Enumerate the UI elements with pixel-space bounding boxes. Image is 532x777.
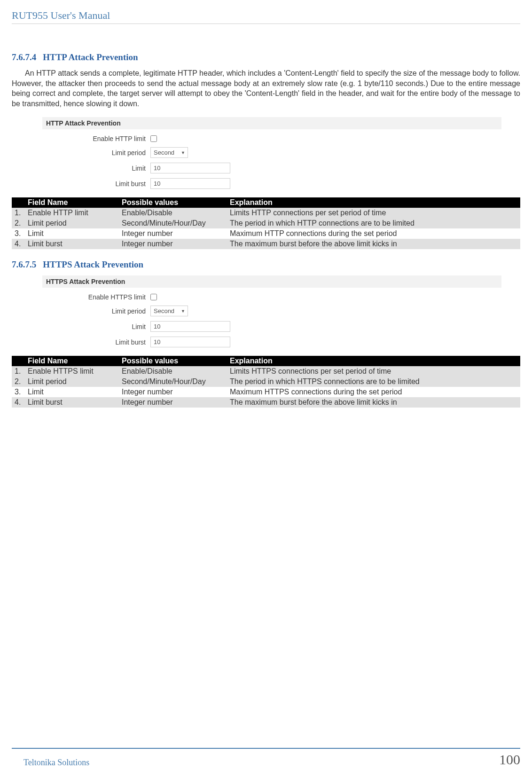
cell: Integer number xyxy=(119,397,227,408)
cell: Limit xyxy=(25,387,119,397)
cell: Limits HTTPS connections per set period … xyxy=(227,366,520,377)
cell: 1. xyxy=(12,208,25,218)
period-https-label: Limit period xyxy=(42,307,150,315)
th-field: Field Name xyxy=(25,356,119,366)
cell: Enable/Disable xyxy=(119,366,227,377)
cell: 4. xyxy=(12,397,25,408)
document-header-title: RUT955 User's Manual xyxy=(12,9,520,22)
burst-https-label: Limit burst xyxy=(42,338,150,346)
section-title: HTTPS Attack Prevention xyxy=(43,259,143,269)
th-values: Possible values xyxy=(119,356,227,366)
section-title: HTTP Attack Prevention xyxy=(43,52,138,62)
burst-https-input[interactable] xyxy=(150,337,230,347)
cell: The period in which HTTPS connections ar… xyxy=(227,377,520,387)
section-heading-https: 7.6.7.5HTTPS Attack Prevention xyxy=(12,259,520,270)
section-heading-http: 7.6.7.4HTTP Attack Prevention xyxy=(12,52,520,63)
limit-https-label: Limit xyxy=(42,323,150,330)
cell: The maximum burst before the above limit… xyxy=(227,397,520,408)
cell: Limit burst xyxy=(25,239,119,249)
enable-https-checkbox[interactable] xyxy=(150,294,157,300)
cell: Integer number xyxy=(119,228,227,239)
form-row-enable-https: Enable HTTPS limit xyxy=(42,293,501,301)
limit-http-input[interactable] xyxy=(150,163,230,173)
burst-http-label: Limit burst xyxy=(42,180,150,188)
form-row-period-http: Limit period Second xyxy=(42,147,501,158)
table-header-row: Field Name Possible values Explanation xyxy=(12,197,520,208)
cell: Enable HTTPS limit xyxy=(25,366,119,377)
cell: Second/Minute/Hour/Day xyxy=(119,218,227,228)
section-number: 7.6.7.5 xyxy=(12,259,36,269)
th-explanation: Explanation xyxy=(227,197,520,208)
table-row: 3. Limit Integer number Maximum HTTP con… xyxy=(12,228,520,239)
https-table: Field Name Possible values Explanation 1… xyxy=(12,356,520,408)
cell: Enable HTTP limit xyxy=(25,208,119,218)
footer-brand: Teltonika Solutions xyxy=(12,758,89,768)
page-number: 100 xyxy=(499,752,520,768)
section-paragraph: An HTTP attack sends a complete, legitim… xyxy=(12,68,520,109)
cell: 3. xyxy=(12,228,25,239)
https-form-heading: HTTPS Attack Prevention xyxy=(42,275,501,288)
cell: 2. xyxy=(12,377,25,387)
enable-http-checkbox[interactable] xyxy=(150,135,157,142)
cell: Maximum HTTPS connections during the set… xyxy=(227,387,520,397)
th-field: Field Name xyxy=(25,197,119,208)
form-row-limit-https: Limit xyxy=(42,321,501,332)
th-explanation: Explanation xyxy=(227,356,520,366)
cell: Integer number xyxy=(119,239,227,249)
burst-http-input[interactable] xyxy=(150,178,230,189)
cell: 2. xyxy=(12,218,25,228)
cell: 4. xyxy=(12,239,25,249)
cell: The maximum burst before the above limit… xyxy=(227,239,520,249)
th-blank xyxy=(12,197,25,208)
form-row-enable-http: Enable HTTP limit xyxy=(42,135,501,142)
cell: Enable/Disable xyxy=(119,208,227,218)
table-header-row: Field Name Possible values Explanation xyxy=(12,356,520,366)
table-row: 4. Limit burst Integer number The maximu… xyxy=(12,239,520,249)
table-row: 1. Enable HTTPS limit Enable/Disable Lim… xyxy=(12,366,520,377)
page-footer: Teltonika Solutions 100 xyxy=(12,748,520,768)
period-https-select[interactable]: Second xyxy=(150,306,188,316)
cell: Limit period xyxy=(25,377,119,387)
form-row-period-https: Limit period Second xyxy=(42,306,501,316)
table-row: 2. Limit period Second/Minute/Hour/Day T… xyxy=(12,377,520,387)
cell: Maximum HTTP connections during the set … xyxy=(227,228,520,239)
form-row-limit-http: Limit xyxy=(42,163,501,173)
form-row-burst-https: Limit burst xyxy=(42,337,501,347)
table-row: 2. Limit period Second/Minute/Hour/Day T… xyxy=(12,218,520,228)
cell: Limits HTTP connections per set period o… xyxy=(227,208,520,218)
table-row: 1. Enable HTTP limit Enable/Disable Limi… xyxy=(12,208,520,218)
cell: Limit burst xyxy=(25,397,119,408)
table-row: 3. Limit Integer number Maximum HTTPS co… xyxy=(12,387,520,397)
cell: Limit xyxy=(25,228,119,239)
cell: 1. xyxy=(12,366,25,377)
th-values: Possible values xyxy=(119,197,227,208)
cell: The period in which HTTP connections are… xyxy=(227,218,520,228)
enable-https-label: Enable HTTPS limit xyxy=(42,293,150,301)
http-form: HTTP Attack Prevention Enable HTTP limit… xyxy=(42,117,501,189)
cell: Integer number xyxy=(119,387,227,397)
header-divider xyxy=(12,24,520,24)
http-form-heading: HTTP Attack Prevention xyxy=(42,117,501,129)
enable-http-label: Enable HTTP limit xyxy=(42,135,150,142)
limit-https-input[interactable] xyxy=(150,321,230,332)
cell: Limit period xyxy=(25,218,119,228)
limit-http-label: Limit xyxy=(42,165,150,172)
period-http-label: Limit period xyxy=(42,149,150,157)
table-row: 4. Limit burst Integer number The maximu… xyxy=(12,397,520,408)
cell: Second/Minute/Hour/Day xyxy=(119,377,227,387)
section-number: 7.6.7.4 xyxy=(12,52,36,62)
th-blank xyxy=(12,356,25,366)
cell: 3. xyxy=(12,387,25,397)
form-row-burst-http: Limit burst xyxy=(42,178,501,189)
footer-divider xyxy=(12,748,520,749)
http-table: Field Name Possible values Explanation 1… xyxy=(12,197,520,249)
https-form: HTTPS Attack Prevention Enable HTTPS lim… xyxy=(42,275,501,347)
period-http-select[interactable]: Second xyxy=(150,147,188,158)
